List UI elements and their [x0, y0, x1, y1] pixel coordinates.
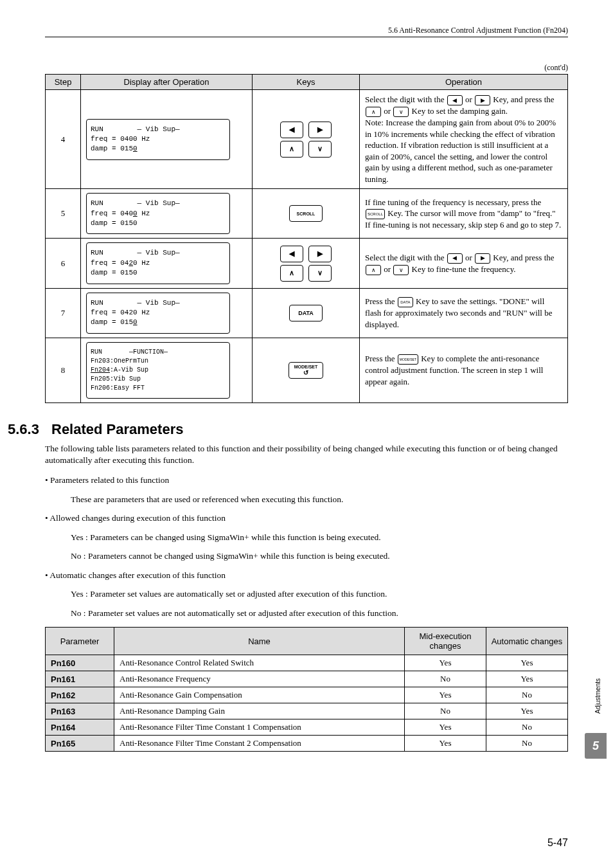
lcd-display: RUN — Vib Sup— freq = 0420 Hz damp = 015… — [86, 293, 230, 334]
down-arrow-inline-icon: ∨ — [393, 107, 409, 117]
th-display: Display after Operation — [81, 75, 253, 90]
operation-text: Press the MODE/SET Key to complete the a… — [365, 353, 562, 387]
step-number: 6 — [46, 239, 81, 288]
continued-label: (cont'd) — [45, 63, 568, 73]
data-inline-icon: DATA — [398, 297, 413, 307]
step-number: 7 — [46, 288, 81, 338]
lcd-display: RUN — Vib Sup— freq = 0400 Hz damp = 015… — [86, 119, 230, 160]
keys-scroll-group: SCROLL — [288, 204, 324, 223]
bullet-detail: Yes : Parameters can be changed using Si… — [71, 532, 568, 543]
bullet-automatic-changes: • Automatic changes after execution of t… — [45, 570, 568, 581]
left-arrow-inline-icon: ◀ — [447, 95, 463, 105]
table-row: Pn161Anti-Resonance FrequencyNoYes — [46, 671, 568, 687]
return-icon: ↺ — [303, 369, 308, 376]
left-arrow-key-icon: ◀ — [280, 246, 303, 262]
th-name: Name — [114, 628, 405, 655]
data-key-icon: DATA — [289, 305, 323, 321]
table-row: Pn163Anti-Resonance Damping GainNoYes — [46, 703, 568, 719]
th-parameter: Parameter — [46, 628, 114, 655]
right-arrow-key-icon: ▶ — [308, 122, 332, 138]
lcd-display: RUN — Vib Sup— freq = 0420 Hz damp = 015… — [86, 242, 230, 284]
lcd-display: RUN — Vib Sup— freq = 0400 Hz damp = 015… — [86, 193, 230, 234]
header-divider — [45, 37, 568, 37]
scroll-inline-icon: SCROLL — [366, 209, 385, 219]
keys-arrow-group: ◀ ▶ ∧ ∨ — [279, 120, 332, 159]
section-path: 5.6 Anti-Resonance Control Adjustment Fu… — [45, 26, 568, 35]
bullet-detail: Yes : Parameter set values are automatic… — [71, 589, 568, 599]
chapter-tab: 5 — [585, 733, 607, 759]
table-row: Pn162Anti-Resonance Gain CompensationYes… — [46, 687, 568, 703]
bullet-detail: No : Parameter set values are not automa… — [71, 608, 568, 619]
section-number: 5.6.3 — [8, 421, 51, 438]
th-keys: Keys — [253, 75, 360, 90]
operation-text: If fine tuning of the frequency is neces… — [365, 197, 562, 231]
right-arrow-inline-icon: ▶ — [475, 95, 490, 105]
right-arrow-key-icon: ▶ — [308, 246, 332, 262]
right-arrow-inline-icon: ▶ — [475, 253, 490, 264]
up-arrow-key-icon: ∧ — [280, 141, 303, 158]
bullet-allowed-changes: • Allowed changes during execution of th… — [45, 513, 568, 523]
table-row: Pn160Anti-Resonance Control Related Swit… — [46, 655, 568, 671]
table-row: 6 RUN — Vib Sup— freq = 0420 Hz damp = 0… — [46, 239, 568, 288]
up-arrow-key-icon: ∧ — [280, 265, 303, 282]
section-heading: 5.6.3Related Parameters — [8, 421, 568, 438]
bullet-detail: These are parameters that are used or re… — [71, 494, 568, 505]
step-number: 5 — [46, 189, 81, 239]
up-arrow-inline-icon: ∧ — [366, 265, 381, 275]
table-row: 5 RUN — Vib Sup— freq = 0400 Hz damp = 0… — [46, 189, 568, 239]
bullet-detail: No : Parameters cannot be changed using … — [71, 551, 568, 561]
th-mid: Mid-execution changes — [405, 628, 486, 655]
operation-text: Press the DATA Key to save the settings.… — [365, 296, 562, 330]
operation-steps-table: Step Display after Operation Keys Operat… — [45, 74, 568, 403]
left-arrow-inline-icon: ◀ — [447, 253, 463, 264]
table-row: Pn165Anti-Resonance Filter Time Constant… — [46, 736, 568, 752]
down-arrow-key-icon: ∨ — [308, 141, 332, 158]
left-arrow-key-icon: ◀ — [280, 122, 303, 138]
modeset-key-icon: MODE/SET ↺ — [289, 362, 324, 379]
modeset-inline-icon: MODE/SET — [398, 354, 418, 365]
lcd-display: RUN —FUNCTION— Fn203:OnePrmTun Fn204:A-V… — [86, 342, 230, 399]
page-number: 5-47 — [547, 837, 568, 849]
operation-text: Select the digit with the ◀ or ▶ Key, an… — [365, 252, 562, 275]
keys-arrow-group: ◀ ▶ ∧ ∨ — [279, 244, 332, 283]
step-number: 8 — [46, 338, 81, 402]
bullet-parameters-related: • Parameters related to this function — [45, 475, 568, 485]
up-arrow-inline-icon: ∧ — [366, 107, 381, 117]
th-step: Step — [46, 75, 81, 90]
table-row: 7 RUN — Vib Sup— freq = 0420 Hz damp = 0… — [46, 288, 568, 338]
down-arrow-inline-icon: ∨ — [393, 265, 409, 275]
operation-text: Select the digit with the ◀ or ▶ Key, an… — [365, 94, 562, 185]
th-operation: Operation — [360, 75, 568, 90]
intro-paragraph: The following table lists parameters rel… — [45, 443, 568, 466]
down-arrow-key-icon: ∨ — [308, 265, 332, 282]
section-title: Related Parameters — [51, 421, 183, 437]
th-auto: Automatic changes — [486, 628, 568, 655]
table-row: Pn164Anti-Resonance Filter Time Constant… — [46, 719, 568, 736]
scroll-key-icon: SCROLL — [289, 205, 323, 222]
parameters-table: Parameter Name Mid-execution changes Aut… — [45, 627, 568, 752]
table-row: 4 RUN — Vib Sup— freq = 0400 Hz damp = 0… — [46, 90, 568, 189]
step-number: 4 — [46, 90, 81, 189]
table-row: 8 RUN —FUNCTION— Fn203:OnePrmTun Fn204:A… — [46, 338, 568, 402]
side-tab-label: Adjustments — [594, 678, 601, 714]
